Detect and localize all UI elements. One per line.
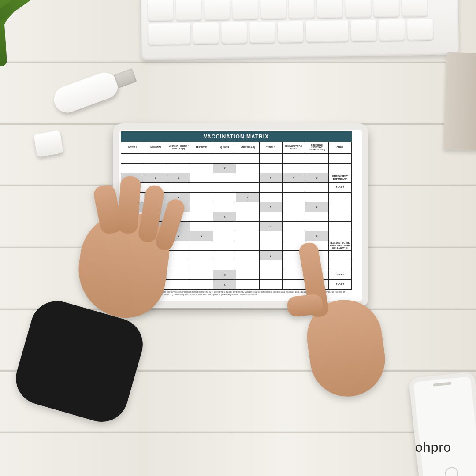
- left-hand-prop: [31, 176, 181, 405]
- matrix-cell: [121, 154, 144, 164]
- column-header: MENINGOCOCCAL DISEASE: [283, 142, 305, 154]
- matrix-cell: [190, 251, 213, 260]
- matrix-cell: [190, 241, 213, 251]
- matrix-cell: X: [305, 173, 328, 183]
- matrix-cell: X: [213, 280, 236, 290]
- matrix-cell: [190, 202, 213, 212]
- matrix-cell: [213, 260, 236, 270]
- matrix-cell: [259, 183, 282, 193]
- matrix-cell: [236, 202, 259, 212]
- matrix-cell: [259, 241, 282, 251]
- matrix-cell: [328, 164, 351, 173]
- matrix-cell: [190, 193, 213, 202]
- matrix-cell: [259, 193, 282, 202]
- matrix-cell: [236, 280, 259, 290]
- matrix-title: VACCINATION MATRIX: [121, 131, 352, 142]
- matrix-cell: [190, 173, 213, 183]
- matrix-cell: [167, 154, 190, 164]
- matrix-cell: [259, 260, 282, 270]
- matrix-cell: [328, 202, 351, 212]
- column-header: BCG (DRUG RESISTANT TUBERCULOSIS): [305, 142, 328, 154]
- matrix-cell: [305, 164, 328, 173]
- matrix-cell: [213, 241, 236, 251]
- book-prop: [443, 52, 476, 150]
- matrix-cell: [259, 212, 282, 222]
- column-header: INFLUENZA: [144, 142, 167, 154]
- matrix-cell: [236, 183, 259, 193]
- matrix-cell: X: [283, 173, 305, 183]
- matrix-cell: X: [305, 202, 328, 212]
- column-header: OTHER: [328, 142, 351, 154]
- table-row: X: [121, 164, 352, 173]
- matrix-cell: [283, 183, 305, 193]
- matrix-cell: [236, 260, 259, 270]
- matrix-cell: [305, 183, 328, 193]
- matrix-cell: [190, 212, 213, 222]
- matrix-cell: [283, 164, 305, 173]
- matrix-cell: X: [259, 173, 282, 183]
- matrix-cell: X: [236, 193, 259, 202]
- matrix-cell: [190, 164, 213, 173]
- matrix-cell: [213, 222, 236, 231]
- matrix-cell: [213, 231, 236, 241]
- matrix-cell: [213, 202, 236, 212]
- column-header: PERTUSSIS: [190, 142, 213, 154]
- matrix-cell: [328, 222, 351, 231]
- plant-prop: [0, 0, 71, 93]
- matrix-cell: [305, 154, 328, 164]
- matrix-cell: [236, 173, 259, 183]
- matrix-cell: X: [190, 231, 213, 241]
- matrix-cell: [236, 164, 259, 173]
- matrix-cell: [328, 154, 351, 164]
- usb-cap-prop: [33, 130, 63, 157]
- matrix-cell: [213, 173, 236, 183]
- matrix-cell: [121, 164, 144, 173]
- keyboard-prop: [141, 0, 459, 60]
- matrix-cell: [305, 222, 328, 231]
- matrix-cell: [259, 270, 282, 280]
- matrix-cell: [190, 260, 213, 270]
- matrix-cell: [190, 154, 213, 164]
- matrix-cell: DEPLOYMENT DEPENDANT: [328, 173, 351, 183]
- matrix-cell: [328, 212, 351, 222]
- matrix-cell: [236, 154, 259, 164]
- matrix-cell: [259, 154, 282, 164]
- matrix-cell: [283, 202, 305, 212]
- table-row: [121, 154, 352, 164]
- matrix-cell: [190, 222, 213, 231]
- matrix-cell: [236, 212, 259, 222]
- matrix-cell: X: [213, 164, 236, 173]
- matrix-cell: [213, 183, 236, 193]
- right-hand-prop: [291, 247, 405, 441]
- matrix-cell: [144, 164, 167, 173]
- matrix-cell: [283, 154, 305, 164]
- matrix-cell: [283, 231, 305, 241]
- column-header: Q FEVER: [213, 142, 236, 154]
- matrix-cell: RABIES: [328, 183, 351, 193]
- tablet-home-button[interactable]: [357, 207, 365, 224]
- brand-watermark: ohpro: [415, 440, 451, 455]
- matrix-cell: X: [259, 251, 282, 260]
- matrix-cell: [236, 270, 259, 280]
- matrix-cell: [213, 251, 236, 260]
- matrix-cell: [213, 154, 236, 164]
- matrix-cell: [259, 280, 282, 290]
- matrix-cell: X: [213, 270, 236, 280]
- matrix-cell: [190, 280, 213, 290]
- matrix-cell: [283, 222, 305, 231]
- matrix-cell: [259, 231, 282, 241]
- matrix-cell: [144, 154, 167, 164]
- matrix-cell: [190, 183, 213, 193]
- matrix-cell: [236, 231, 259, 241]
- matrix-cell: X: [213, 212, 236, 222]
- matrix-cell: [190, 270, 213, 280]
- matrix-cell: [283, 212, 305, 222]
- matrix-cell: X: [259, 202, 282, 212]
- matrix-cell: [167, 164, 190, 173]
- matrix-cell: [236, 251, 259, 260]
- matrix-cell: [328, 231, 351, 241]
- matrix-cell: [283, 193, 305, 202]
- column-header: VARICELLA (1): [236, 142, 259, 154]
- matrix-cell: X: [305, 231, 328, 241]
- matrix-cell: X: [259, 222, 282, 231]
